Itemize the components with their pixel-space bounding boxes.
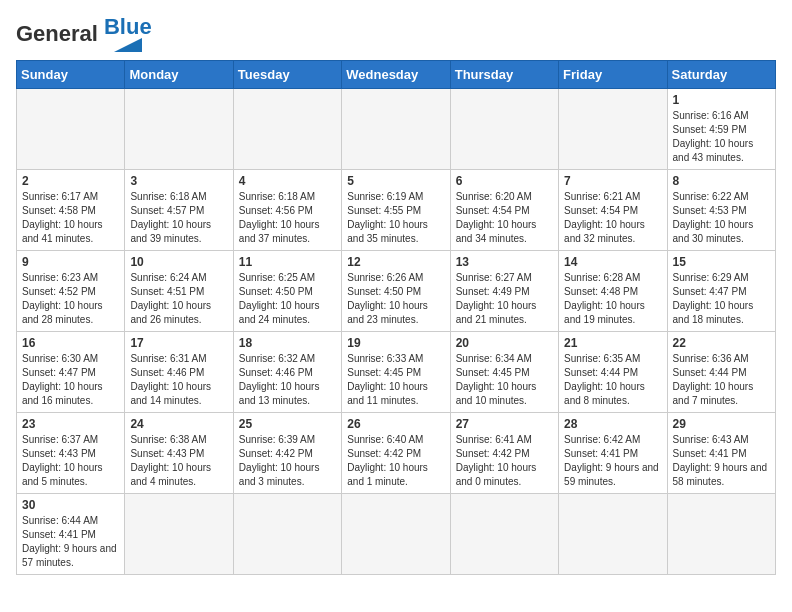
day-number: 20 (456, 336, 553, 350)
day-number: 5 (347, 174, 444, 188)
cell-info: Sunrise: 6:34 AM Sunset: 4:45 PM Dayligh… (456, 352, 553, 408)
cell-info: Sunrise: 6:43 AM Sunset: 4:41 PM Dayligh… (673, 433, 770, 489)
day-number: 10 (130, 255, 227, 269)
weekday-header-wednesday: Wednesday (342, 61, 450, 89)
calendar-cell (233, 89, 341, 170)
cell-info: Sunrise: 6:42 AM Sunset: 4:41 PM Dayligh… (564, 433, 661, 489)
cell-info: Sunrise: 6:23 AM Sunset: 4:52 PM Dayligh… (22, 271, 119, 327)
calendar-cell: 6Sunrise: 6:20 AM Sunset: 4:54 PM Daylig… (450, 170, 558, 251)
weekday-header-sunday: Sunday (17, 61, 125, 89)
cell-info: Sunrise: 6:38 AM Sunset: 4:43 PM Dayligh… (130, 433, 227, 489)
calendar-cell: 5Sunrise: 6:19 AM Sunset: 4:55 PM Daylig… (342, 170, 450, 251)
calendar-cell: 27Sunrise: 6:41 AM Sunset: 4:42 PM Dayli… (450, 413, 558, 494)
calendar-cell: 29Sunrise: 6:43 AM Sunset: 4:41 PM Dayli… (667, 413, 775, 494)
cell-info: Sunrise: 6:44 AM Sunset: 4:41 PM Dayligh… (22, 514, 119, 570)
calendar-cell (559, 89, 667, 170)
day-number: 12 (347, 255, 444, 269)
cell-info: Sunrise: 6:24 AM Sunset: 4:51 PM Dayligh… (130, 271, 227, 327)
calendar-cell: 3Sunrise: 6:18 AM Sunset: 4:57 PM Daylig… (125, 170, 233, 251)
calendar-cell (342, 89, 450, 170)
logo-blue-text: Blue (104, 16, 152, 38)
calendar-cell: 22Sunrise: 6:36 AM Sunset: 4:44 PM Dayli… (667, 332, 775, 413)
calendar-cell: 15Sunrise: 6:29 AM Sunset: 4:47 PM Dayli… (667, 251, 775, 332)
cell-info: Sunrise: 6:16 AM Sunset: 4:59 PM Dayligh… (673, 109, 770, 165)
calendar-cell: 17Sunrise: 6:31 AM Sunset: 4:46 PM Dayli… (125, 332, 233, 413)
calendar-cell: 11Sunrise: 6:25 AM Sunset: 4:50 PM Dayli… (233, 251, 341, 332)
cell-info: Sunrise: 6:27 AM Sunset: 4:49 PM Dayligh… (456, 271, 553, 327)
weekday-header-thursday: Thursday (450, 61, 558, 89)
calendar-cell: 18Sunrise: 6:32 AM Sunset: 4:46 PM Dayli… (233, 332, 341, 413)
cell-info: Sunrise: 6:39 AM Sunset: 4:42 PM Dayligh… (239, 433, 336, 489)
day-number: 30 (22, 498, 119, 512)
cell-info: Sunrise: 6:35 AM Sunset: 4:44 PM Dayligh… (564, 352, 661, 408)
calendar-cell: 13Sunrise: 6:27 AM Sunset: 4:49 PM Dayli… (450, 251, 558, 332)
day-number: 29 (673, 417, 770, 431)
logo-triangle-icon (114, 38, 142, 52)
calendar-cell (450, 89, 558, 170)
cell-info: Sunrise: 6:18 AM Sunset: 4:57 PM Dayligh… (130, 190, 227, 246)
svg-marker-0 (114, 38, 142, 52)
cell-info: Sunrise: 6:29 AM Sunset: 4:47 PM Dayligh… (673, 271, 770, 327)
day-number: 22 (673, 336, 770, 350)
day-number: 28 (564, 417, 661, 431)
cell-info: Sunrise: 6:41 AM Sunset: 4:42 PM Dayligh… (456, 433, 553, 489)
day-number: 6 (456, 174, 553, 188)
cell-info: Sunrise: 6:36 AM Sunset: 4:44 PM Dayligh… (673, 352, 770, 408)
day-number: 19 (347, 336, 444, 350)
cell-info: Sunrise: 6:20 AM Sunset: 4:54 PM Dayligh… (456, 190, 553, 246)
day-number: 21 (564, 336, 661, 350)
day-number: 18 (239, 336, 336, 350)
day-number: 17 (130, 336, 227, 350)
cell-info: Sunrise: 6:40 AM Sunset: 4:42 PM Dayligh… (347, 433, 444, 489)
calendar-cell: 14Sunrise: 6:28 AM Sunset: 4:48 PM Dayli… (559, 251, 667, 332)
calendar-cell: 19Sunrise: 6:33 AM Sunset: 4:45 PM Dayli… (342, 332, 450, 413)
calendar-cell (233, 494, 341, 575)
day-number: 14 (564, 255, 661, 269)
day-number: 13 (456, 255, 553, 269)
header: General Blue (16, 16, 776, 52)
calendar-cell (125, 494, 233, 575)
calendar-cell: 25Sunrise: 6:39 AM Sunset: 4:42 PM Dayli… (233, 413, 341, 494)
logo: General Blue (16, 16, 152, 52)
day-number: 1 (673, 93, 770, 107)
weekday-header-saturday: Saturday (667, 61, 775, 89)
calendar-cell: 7Sunrise: 6:21 AM Sunset: 4:54 PM Daylig… (559, 170, 667, 251)
calendar-cell: 30Sunrise: 6:44 AM Sunset: 4:41 PM Dayli… (17, 494, 125, 575)
day-number: 7 (564, 174, 661, 188)
calendar-cell (450, 494, 558, 575)
cell-info: Sunrise: 6:32 AM Sunset: 4:46 PM Dayligh… (239, 352, 336, 408)
calendar-table: SundayMondayTuesdayWednesdayThursdayFrid… (16, 60, 776, 575)
day-number: 27 (456, 417, 553, 431)
day-number: 3 (130, 174, 227, 188)
weekday-header-friday: Friday (559, 61, 667, 89)
weekday-header-monday: Monday (125, 61, 233, 89)
calendar-cell: 24Sunrise: 6:38 AM Sunset: 4:43 PM Dayli… (125, 413, 233, 494)
calendar-cell: 9Sunrise: 6:23 AM Sunset: 4:52 PM Daylig… (17, 251, 125, 332)
cell-info: Sunrise: 6:22 AM Sunset: 4:53 PM Dayligh… (673, 190, 770, 246)
day-number: 26 (347, 417, 444, 431)
logo-general-text: General (16, 21, 98, 47)
calendar-cell (667, 494, 775, 575)
calendar-cell: 4Sunrise: 6:18 AM Sunset: 4:56 PM Daylig… (233, 170, 341, 251)
cell-info: Sunrise: 6:26 AM Sunset: 4:50 PM Dayligh… (347, 271, 444, 327)
calendar-cell: 21Sunrise: 6:35 AM Sunset: 4:44 PM Dayli… (559, 332, 667, 413)
calendar-cell (342, 494, 450, 575)
day-number: 23 (22, 417, 119, 431)
day-number: 11 (239, 255, 336, 269)
calendar-cell: 20Sunrise: 6:34 AM Sunset: 4:45 PM Dayli… (450, 332, 558, 413)
day-number: 2 (22, 174, 119, 188)
cell-info: Sunrise: 6:17 AM Sunset: 4:58 PM Dayligh… (22, 190, 119, 246)
calendar-cell: 23Sunrise: 6:37 AM Sunset: 4:43 PM Dayli… (17, 413, 125, 494)
calendar-cell: 28Sunrise: 6:42 AM Sunset: 4:41 PM Dayli… (559, 413, 667, 494)
calendar-cell (125, 89, 233, 170)
day-number: 9 (22, 255, 119, 269)
day-number: 4 (239, 174, 336, 188)
calendar-cell: 26Sunrise: 6:40 AM Sunset: 4:42 PM Dayli… (342, 413, 450, 494)
calendar-cell: 2Sunrise: 6:17 AM Sunset: 4:58 PM Daylig… (17, 170, 125, 251)
calendar-cell: 1Sunrise: 6:16 AM Sunset: 4:59 PM Daylig… (667, 89, 775, 170)
cell-info: Sunrise: 6:19 AM Sunset: 4:55 PM Dayligh… (347, 190, 444, 246)
cell-info: Sunrise: 6:21 AM Sunset: 4:54 PM Dayligh… (564, 190, 661, 246)
day-number: 16 (22, 336, 119, 350)
calendar-cell: 12Sunrise: 6:26 AM Sunset: 4:50 PM Dayli… (342, 251, 450, 332)
day-number: 24 (130, 417, 227, 431)
